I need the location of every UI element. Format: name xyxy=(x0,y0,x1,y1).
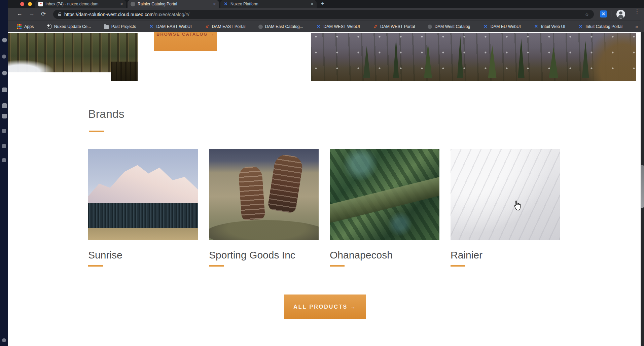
bookmark-label: DAM WEST Portal xyxy=(380,24,415,29)
bookmark-label: Intuit Web UI xyxy=(541,24,565,29)
strip-icon xyxy=(2,103,7,108)
close-window-button[interactable] xyxy=(20,2,24,6)
strip-icon xyxy=(2,114,7,118)
strip-icon xyxy=(2,129,6,133)
mossy-log-shape xyxy=(209,220,319,240)
strip-icon xyxy=(2,88,7,92)
bookmark-apps[interactable]: Apps xyxy=(17,24,34,29)
bookmark-star-icon[interactable]: ☆ xyxy=(585,11,589,18)
forest-shape xyxy=(88,203,198,229)
strip-icon xyxy=(2,55,6,59)
brand-image-sunrise[interactable] xyxy=(88,149,198,240)
meadow-shape xyxy=(88,228,198,240)
strip-icon xyxy=(2,144,6,148)
bookmark-label: DAM West Catalog xyxy=(434,24,470,29)
bookmark-label: DAM East Catalog... xyxy=(265,24,303,29)
brand-title-underline xyxy=(451,265,465,267)
chrome-menu-icon[interactable]: ⋮ xyxy=(635,10,636,18)
brand-title[interactable]: Rainier xyxy=(451,249,560,261)
browser-window: Inbox (74) - nuxeo.demo.dam ✕ Rainier Ca… xyxy=(8,0,644,346)
tree-silhouette xyxy=(422,43,434,78)
bookmark-past-projects[interactable]: Past Projects xyxy=(104,24,136,29)
strip-icon xyxy=(2,38,7,42)
left-boot-shape xyxy=(238,166,265,220)
hero-forest-photo-right xyxy=(311,33,636,81)
brands-heading-underline xyxy=(89,131,104,132)
gmail-envelope-icon xyxy=(38,2,43,6)
bookmark-dam-east-webui[interactable]: ✕ DAM EAST WebUI xyxy=(149,24,192,29)
strip-icon xyxy=(2,71,7,75)
bookmark-intuit-catalog-portal[interactable]: ✕ Intuit Catalog Portal xyxy=(578,24,622,29)
brand-card-sporting-goods[interactable]: Sporting Goods Inc xyxy=(209,149,319,267)
https-lock-icon xyxy=(58,14,61,16)
bookmark-intuit-web-ui[interactable]: ✕ Intuit Web UI xyxy=(534,24,565,29)
tree-silhouette xyxy=(516,38,526,78)
brand-image-hiking-boots[interactable] xyxy=(209,149,319,240)
brand-card-ohanapecosh[interactable]: Ohanapecosh xyxy=(330,149,439,267)
profile-avatar[interactable] xyxy=(616,10,625,19)
close-tab-icon[interactable]: ✕ xyxy=(120,2,123,6)
new-tab-button[interactable]: + xyxy=(321,0,324,7)
brand-title-underline xyxy=(330,265,345,267)
tab-title: Nuxeo Platform xyxy=(230,2,308,6)
bookmark-nuxeo-update[interactable]: Nuxeo Update Ce... xyxy=(47,24,91,29)
bookmark-dam-eu-webui[interactable]: ✕ DAM EU WebUI xyxy=(483,24,521,29)
close-tab-icon[interactable]: ✕ xyxy=(213,2,216,6)
minimize-window-button[interactable] xyxy=(28,2,32,6)
brand-image-snowy-slope[interactable] xyxy=(451,149,560,240)
brand-cards-row: Sunrise Sporting Goods Inc xyxy=(88,149,560,267)
tree-silhouette xyxy=(456,36,465,78)
brands-section-heading: Brands xyxy=(88,107,124,120)
bookmark-label: DAM EAST Portal xyxy=(212,24,246,29)
slashes-icon: // xyxy=(205,24,210,29)
catalog-icon xyxy=(428,25,432,29)
scrollbar-thumb[interactable] xyxy=(641,165,644,208)
bookmark-label: DAM EU WebUI xyxy=(491,24,521,29)
forward-icon[interactable]: → xyxy=(29,10,35,17)
bookmark-dam-west-portal[interactable]: // DAM WEST Portal xyxy=(373,24,415,29)
bookmarks-overflow-icon[interactable]: » xyxy=(635,24,638,29)
bookmark-dam-west-catalog[interactable]: DAM West Catalog xyxy=(428,24,470,29)
url-host[interactable]: https://dam-solution-west.cloud.nuxeo.co… xyxy=(64,12,153,17)
footer-divider xyxy=(67,344,582,344)
tree-silhouette xyxy=(392,38,400,78)
tree-silhouette xyxy=(547,47,560,78)
bookmark-dam-west-webui[interactable]: ✕ DAM WEST WebUI xyxy=(316,24,360,29)
tab-title: Inbox (74) - nuxeo.demo.dam xyxy=(45,2,118,6)
address-bar[interactable]: https://dam-solution-west.cloud.nuxeo.co… xyxy=(53,10,594,19)
all-products-button[interactable]: ALL PRODUCTS → xyxy=(284,295,366,319)
url-path[interactable]: /nuxeo/catalog/#/ xyxy=(153,12,189,17)
brand-title-underline xyxy=(88,265,103,267)
page-viewport: BROWSE CATALOG → Brands xyxy=(8,32,641,346)
brand-title[interactable]: Sunrise xyxy=(88,249,198,261)
globe-icon xyxy=(47,24,52,29)
nuxeo-x-icon: ✕ xyxy=(534,24,539,29)
apps-grid-icon xyxy=(17,24,22,29)
nuxeo-x-icon: ✕ xyxy=(316,24,321,29)
brand-title[interactable]: Ohanapecosh xyxy=(330,249,439,261)
background-app-strip xyxy=(0,0,8,346)
bookmarks-bar: Apps Nuxeo Update Ce... Past Projects ✕ … xyxy=(8,21,644,32)
tab-rainier-catalog-portal[interactable]: Rainier Catalog Portal ✕ xyxy=(128,0,219,8)
nuxeo-x-icon: ✕ xyxy=(483,24,488,29)
scrollbar-track[interactable] xyxy=(641,32,644,346)
globe-dim-icon xyxy=(131,2,135,6)
folder-icon xyxy=(104,25,109,29)
brand-title[interactable]: Sporting Goods Inc xyxy=(209,249,319,261)
close-tab-icon[interactable]: ✕ xyxy=(311,2,314,6)
bookmark-dam-east-catalog[interactable]: DAM East Catalog... xyxy=(258,24,303,29)
extension-icon[interactable]: ✕ xyxy=(600,10,607,18)
tree-silhouette xyxy=(580,41,591,78)
hero-forest-photo-left-lower xyxy=(111,62,138,81)
brand-card-rainier[interactable]: Rainier xyxy=(451,149,560,267)
reload-icon[interactable]: ⟳ xyxy=(41,10,46,18)
brand-card-sunrise[interactable]: Sunrise xyxy=(88,149,198,267)
toolbar-divider xyxy=(611,11,611,17)
tab-inbox[interactable]: Inbox (74) - nuxeo.demo.dam ✕ xyxy=(35,0,126,8)
browser-toolbar: ← → ⟳ https://dam-solution-west.cloud.nu… xyxy=(8,8,644,21)
back-icon[interactable]: ← xyxy=(17,10,23,17)
brand-image-mossy-forest[interactable] xyxy=(330,149,439,240)
bookmark-dam-east-portal[interactable]: // DAM EAST Portal xyxy=(205,24,246,29)
browse-catalog-button[interactable]: BROWSE CATALOG → xyxy=(154,32,217,51)
tab-nuxeo-platform[interactable]: ✕ Nuxeo Platform ✕ xyxy=(220,0,317,8)
